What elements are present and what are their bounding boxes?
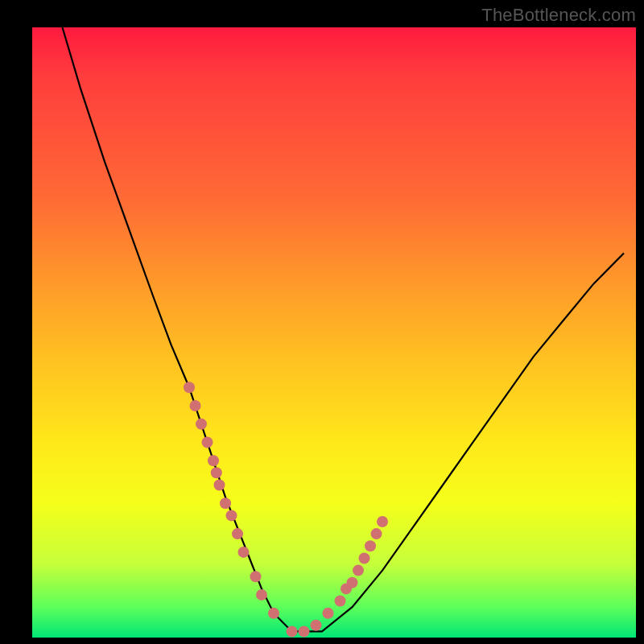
data-point [238,547,250,558]
data-point [347,577,358,588]
data-point [299,625,310,637]
data-point [365,540,376,551]
data-point [268,608,279,619]
data-point [208,455,219,466]
data-point [196,419,207,430]
data-point [184,382,195,393]
data-point [335,596,346,607]
data-point [287,625,298,637]
curve-dots [184,382,388,637]
bottleneck-curve [63,27,625,631]
data-point [353,565,364,576]
data-point [202,436,213,448]
data-point [214,480,225,491]
data-point [371,528,382,539]
data-point [190,400,201,411]
data-point [220,497,231,509]
data-point [211,467,222,478]
data-point [226,510,237,521]
data-point [256,589,267,601]
chart-frame: TheBottleneck.com [0,0,644,644]
data-point [323,608,334,619]
data-point [232,528,243,539]
watermark-text: TheBottleneck.com [481,5,636,26]
data-point [359,553,370,564]
data-point [377,516,388,527]
data-point [311,620,322,631]
data-point [250,571,262,582]
chart-svg [32,27,636,638]
plot-area [32,27,636,638]
